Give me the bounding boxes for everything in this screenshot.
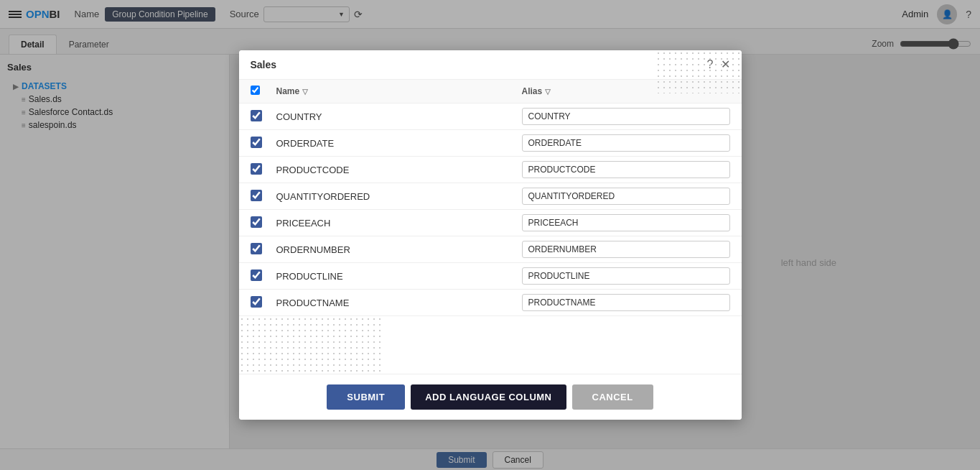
row-checkbox-5[interactable] (251, 243, 262, 254)
row-checkbox-cell (251, 190, 276, 203)
row-name-4: PRICEEACH (276, 218, 522, 229)
alias-column-header: Alias ▽ (522, 86, 730, 96)
submit-button[interactable]: SUBMIT (327, 384, 405, 410)
alias-input-0[interactable] (522, 108, 730, 125)
row-alias-cell-1 (522, 134, 730, 152)
modal-title: Sales (251, 59, 277, 70)
row-alias-cell-2 (522, 161, 730, 178)
alias-input-6[interactable] (522, 267, 730, 285)
modal-header-icons: ? ✕ (707, 59, 730, 70)
row-name-3: QUANTITYORDERED (276, 191, 522, 202)
add-language-button[interactable]: ADD LANGUAGE COLUMN (411, 384, 566, 410)
cancel-button[interactable]: CANCEL (572, 384, 653, 410)
row-checkbox-7[interactable] (251, 296, 262, 308)
row-checkbox-cell (251, 137, 276, 150)
table-row: QUANTITYORDERED (239, 183, 742, 210)
row-checkbox-1[interactable] (251, 137, 262, 148)
modal-help-button[interactable]: ? (707, 59, 714, 70)
row-name-1: ORDERDATE (276, 138, 522, 149)
name-filter-icon[interactable]: ▽ (302, 88, 308, 96)
select-all-checkbox[interactable] (251, 86, 260, 95)
row-alias-cell-4 (522, 214, 730, 231)
overlay: Sales ? ✕ Name ▽ Alias ▽ (0, 0, 980, 470)
table-row: PRODUCTLINE (239, 263, 742, 290)
row-checkbox-4[interactable] (251, 216, 262, 228)
column-header-row: Name ▽ Alias ▽ (239, 80, 742, 103)
row-checkbox-0[interactable] (251, 110, 262, 121)
row-name-6: PRODUCTLINE (276, 271, 522, 282)
table-row: PRODUCTCODE (239, 157, 742, 183)
alias-input-4[interactable] (522, 214, 730, 231)
row-name-7: PRODUCTNAME (276, 298, 522, 308)
row-name-2: PRODUCTCODE (276, 165, 522, 175)
table-row: COUNTRY (239, 103, 742, 130)
row-checkbox-6[interactable] (251, 269, 262, 281)
row-checkbox-cell (251, 163, 276, 177)
modal-body-bottom (239, 316, 742, 374)
modal-footer: SUBMIT ADD LANGUAGE COLUMN CANCEL (239, 374, 742, 420)
alias-input-3[interactable] (522, 188, 730, 205)
table-row: ORDERNUMBER (239, 236, 742, 263)
row-name-0: COUNTRY (276, 111, 522, 122)
modal-header: Sales ? ✕ (239, 50, 742, 80)
row-alias-cell-5 (522, 241, 730, 258)
table-row: ORDERDATE (239, 130, 742, 157)
row-checkbox-cell (251, 296, 276, 310)
alias-input-1[interactable] (522, 134, 730, 152)
row-name-5: ORDERNUMBER (276, 244, 522, 255)
row-alias-cell-6 (522, 267, 730, 285)
name-header-label: Name (276, 86, 300, 96)
modal-close-button[interactable]: ✕ (721, 59, 730, 70)
header-checkbox-cell (251, 86, 276, 97)
row-alias-cell-7 (522, 294, 730, 311)
row-checkbox-cell (251, 110, 276, 124)
row-checkbox-3[interactable] (251, 190, 262, 201)
modal-body: Name ▽ Alias ▽ COUNTRY ORDERDATE (239, 80, 742, 374)
alias-input-5[interactable] (522, 241, 730, 258)
alias-input-2[interactable] (522, 161, 730, 178)
row-checkbox-cell (251, 216, 276, 230)
row-alias-cell-3 (522, 188, 730, 205)
table-row: PRODUCTNAME (239, 290, 742, 316)
name-column-header: Name ▽ (276, 86, 522, 96)
alias-input-7[interactable] (522, 294, 730, 311)
table-row: PRICEEACH (239, 210, 742, 236)
modal: Sales ? ✕ Name ▽ Alias ▽ (239, 50, 742, 420)
alias-header-label: Alias (522, 86, 543, 96)
alias-filter-icon[interactable]: ▽ (545, 88, 551, 96)
row-alias-cell-0 (522, 108, 730, 125)
row-checkbox-cell (251, 269, 276, 283)
row-checkbox-cell (251, 243, 276, 257)
modal-rows: COUNTRY ORDERDATE PRODUCTCODE (239, 103, 742, 316)
row-checkbox-2[interactable] (251, 163, 262, 175)
